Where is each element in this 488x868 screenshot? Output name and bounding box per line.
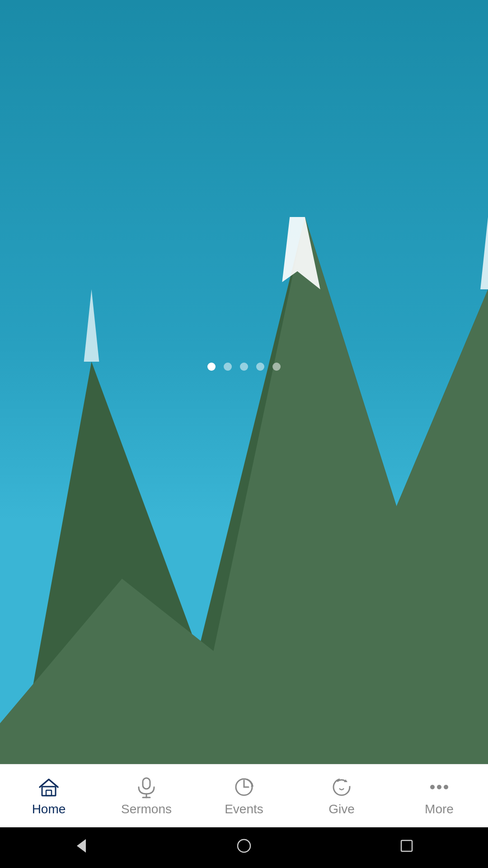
nav-label-home: Home <box>32 802 66 816</box>
nav-item-more[interactable]: More <box>390 776 488 816</box>
dot-5[interactable] <box>272 363 281 371</box>
give-icon <box>330 776 353 798</box>
nav-label-events: Events <box>225 802 263 816</box>
cards-grid-row2: sa <box>18 585 470 704</box>
nav-label-give: Give <box>328 802 355 816</box>
svg-point-48 <box>333 779 350 795</box>
svg-point-51 <box>437 785 441 789</box>
svg-point-50 <box>430 785 435 789</box>
more-icon <box>428 776 450 798</box>
svg-rect-41 <box>42 787 56 796</box>
system-navigation-bar <box>0 827 488 868</box>
events-icon <box>233 776 255 798</box>
svg-marker-53 <box>77 839 86 853</box>
svg-point-54 <box>238 840 250 852</box>
recents-button[interactable] <box>398 837 416 859</box>
back-button[interactable] <box>72 837 90 859</box>
svg-point-52 <box>444 785 448 789</box>
svg-rect-43 <box>143 778 150 789</box>
dot-2[interactable] <box>224 363 232 371</box>
nav-item-sermons[interactable]: Sermons <box>98 776 195 816</box>
slider-dots <box>207 363 281 371</box>
bottom-navigation: Home Sermons Events Give <box>0 764 488 827</box>
mountain-card[interactable] <box>253 585 470 704</box>
svg-rect-42 <box>46 790 52 796</box>
dot-4[interactable] <box>256 363 264 371</box>
mountain-card-image <box>253 585 470 693</box>
nav-item-events[interactable]: Events <box>195 776 293 816</box>
nav-item-home[interactable]: Home <box>0 776 98 816</box>
nav-label-sermons: Sermons <box>121 802 172 816</box>
home-button[interactable] <box>235 837 253 859</box>
main-content: YouTubeChannel iBLE ly Helps LATEST serm… <box>0 384 488 704</box>
svg-rect-55 <box>401 840 412 851</box>
dot-3[interactable] <box>240 363 248 371</box>
home-icon <box>38 776 60 798</box>
svg-marker-37 <box>253 585 470 693</box>
nav-item-give[interactable]: Give <box>293 776 390 816</box>
mic-icon <box>135 776 158 798</box>
dot-1[interactable] <box>207 363 216 371</box>
nav-label-more: More <box>425 802 454 816</box>
